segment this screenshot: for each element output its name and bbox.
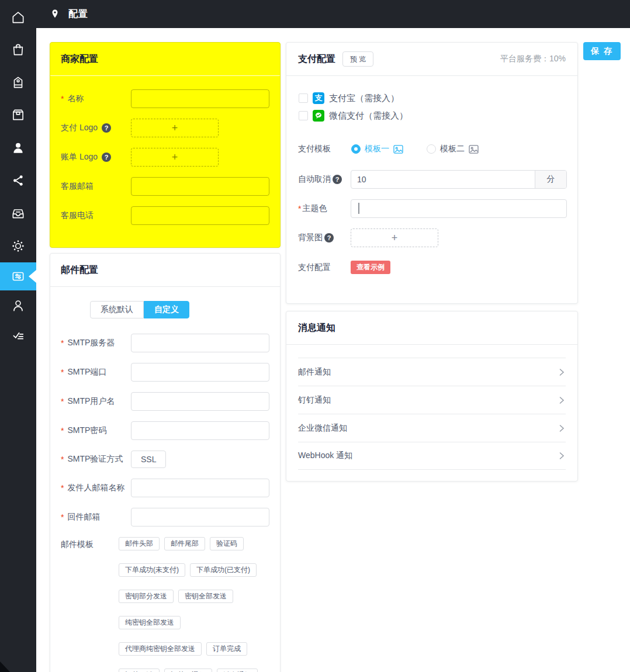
email-template-row: 邮件模板 邮件头部 邮件尾部 验证码 下单成功(未支付) 下单成功(已支付) 密…	[61, 537, 280, 672]
help-icon[interactable]: ?	[102, 153, 111, 162]
notify-item-wecom[interactable]: 企业微信通知	[298, 414, 566, 442]
template-two-option[interactable]: 模板二	[427, 144, 479, 154]
template-button[interactable]: 密钥全部发送	[178, 590, 233, 603]
notify-item-email[interactable]: 邮件通知	[298, 358, 566, 386]
service-phone-row: 客服电话	[61, 206, 280, 225]
template-button[interactable]: 订单完成	[206, 642, 247, 656]
share-icon	[11, 173, 26, 188]
sidebar-item-configuration[interactable]	[0, 262, 36, 290]
merchant-card-title: 商家配置	[61, 53, 98, 65]
chevron-right-icon	[558, 396, 566, 404]
sidebar-item-home[interactable]	[0, 4, 36, 32]
sidebar-item-tasks[interactable]	[0, 321, 36, 349]
pay-logo-label: 支付 Logo	[61, 123, 98, 133]
smtp-username-label: SMTP用户名	[67, 396, 115, 407]
notify-item-webhook[interactable]: WebHook 通知	[298, 442, 566, 470]
ssl-button[interactable]: SSL	[131, 451, 166, 468]
bill-logo-row: 账单 Logo? +	[61, 148, 280, 167]
tab-system-default[interactable]: 系统默认	[90, 301, 144, 318]
required-mark: *	[61, 397, 64, 406]
image-icon[interactable]	[393, 145, 403, 154]
sender-name-label: 发件人邮箱名称	[67, 483, 124, 493]
smtp-server-label: SMTP服务器	[67, 338, 115, 348]
plus-icon: +	[392, 232, 398, 244]
view-example-button[interactable]: 查看示例	[351, 261, 390, 274]
plus-icon: +	[172, 151, 178, 164]
save-button[interactable]: 保 存	[583, 42, 621, 60]
service-phone-input[interactable]	[131, 206, 269, 225]
smtp-port-input[interactable]	[131, 363, 269, 382]
template-button[interactable]: 验证码	[210, 537, 244, 550]
template-button[interactable]: 密钥部分发送	[119, 590, 174, 603]
image-icon[interactable]	[469, 145, 479, 154]
wechat-pay-icon	[313, 110, 324, 122]
sidebar-item-tag[interactable]	[0, 68, 36, 96]
active-item-arrow	[29, 270, 36, 283]
template-button[interactable]: 纯密钥全部发送	[119, 616, 181, 629]
sidebar-item-products[interactable]	[0, 101, 36, 129]
sidebar-item-share[interactable]	[0, 167, 36, 195]
profile-icon	[11, 298, 26, 313]
template-button[interactable]: 订单已退款	[164, 668, 212, 672]
sidebar-item-inbox[interactable]	[0, 199, 36, 227]
template-button[interactable]: 邮件头部	[119, 537, 160, 550]
template-one-option[interactable]: 模板一	[351, 144, 403, 154]
service-email-input[interactable]	[131, 177, 269, 196]
reply-email-input[interactable]	[131, 508, 269, 526]
template-button[interactable]: 订单取消	[119, 668, 160, 672]
smtp-server-input[interactable]	[131, 334, 269, 352]
help-icon[interactable]: ?	[324, 233, 334, 243]
template-button[interactable]: 消息通知	[217, 668, 258, 672]
notify-item-label: 企业微信通知	[298, 423, 347, 434]
merchant-config-card: 商家配置 *名称 支付 Logo? + 账单 Logo? + 客服邮箱 客服电话	[50, 42, 281, 248]
preview-button[interactable]: 预 览	[342, 51, 373, 67]
smtp-port-row: *SMTP端口	[61, 363, 280, 382]
sidebar-item-users[interactable]	[0, 134, 36, 162]
payment-card-title: 支付配置	[298, 53, 335, 65]
bill-logo-upload[interactable]: +	[131, 148, 219, 167]
template-one-label: 模板一	[365, 144, 389, 154]
sidebar-item-settings[interactable]	[0, 232, 36, 260]
required-mark: *	[61, 512, 64, 522]
sidebar-item-shop[interactable]	[0, 36, 36, 64]
template-button[interactable]: 代理商纯密钥全部发送	[119, 642, 202, 656]
notify-item-dingtalk[interactable]: 钉钉通知	[298, 386, 566, 414]
smtp-username-input[interactable]	[131, 392, 269, 411]
alipay-row: 支 支付宝（需接入）	[299, 92, 577, 104]
template-button[interactable]: 下单成功(未支付)	[119, 563, 185, 577]
wechat-pay-label: 微信支付（需接入）	[329, 110, 408, 122]
notify-list: 邮件通知 钉钉通知 企业微信通知 WebHook 通知	[298, 358, 566, 470]
template-two-label: 模板二	[440, 144, 465, 154]
payment-config-label: 支付配置	[298, 262, 351, 273]
merchant-name-input[interactable]	[131, 89, 269, 108]
theme-color-picker[interactable]	[351, 199, 567, 218]
inbox-icon	[11, 206, 26, 221]
help-icon[interactable]: ?	[333, 175, 342, 184]
radio-unselected[interactable]	[427, 144, 436, 154]
sidebar-item-profile[interactable]	[0, 292, 36, 320]
pay-template-row: 支付模板 模板一 模板二	[298, 144, 577, 154]
platform-fee: 平台服务费：10%	[500, 54, 566, 64]
template-button[interactable]: 下单成功(已支付)	[190, 563, 257, 577]
pay-logo-upload[interactable]: +	[131, 119, 219, 137]
chevron-right-icon	[558, 424, 566, 432]
wechat-checkbox[interactable]	[299, 111, 308, 120]
background-label: 背景图?	[298, 233, 351, 243]
theme-color-label: *主题色	[298, 203, 351, 214]
sender-name-input[interactable]	[131, 479, 269, 497]
reply-email-label: 回件邮箱	[67, 512, 100, 522]
wechat-pay-row: 微信支付（需接入）	[299, 110, 577, 122]
smtp-password-row: *SMTP密码	[61, 421, 280, 440]
background-upload[interactable]: +	[351, 228, 438, 247]
minutes-unit: 分	[535, 171, 566, 188]
tab-custom[interactable]: 自定义	[144, 301, 189, 318]
template-button[interactable]: 邮件尾部	[164, 537, 205, 550]
radio-selected[interactable]	[351, 144, 361, 154]
smtp-server-row: *SMTP服务器	[61, 334, 280, 352]
auto-cancel-input[interactable]	[351, 171, 535, 188]
smtp-password-input[interactable]	[131, 421, 269, 440]
alipay-checkbox[interactable]	[299, 93, 308, 103]
merchant-name-row: *名称	[61, 89, 280, 108]
smtp-auth-row: *SMTP验证方式 SSL	[61, 451, 280, 468]
help-icon[interactable]: ?	[102, 123, 111, 133]
